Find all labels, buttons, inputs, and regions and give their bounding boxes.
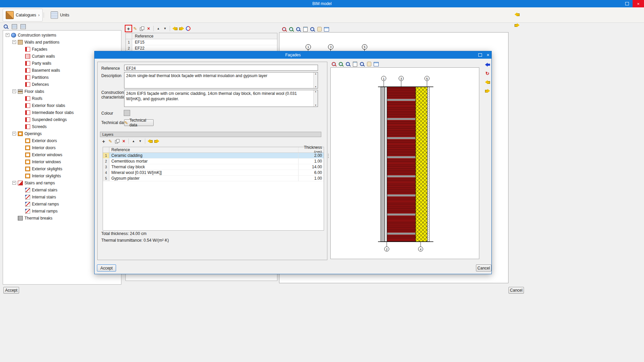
- tree-item-icon: [25, 47, 30, 52]
- collapse-tree-button[interactable]: [20, 23, 26, 29]
- units-button[interactable]: Units: [48, 9, 72, 21]
- zoom-window-button[interactable]: [331, 61, 337, 67]
- layer-move-up-button[interactable]: ▲: [130, 138, 137, 144]
- back-button[interactable]: [484, 62, 490, 68]
- bim-import-button[interactable]: [513, 10, 521, 19]
- export-view-button[interactable]: [373, 61, 379, 67]
- layer-add-button[interactable]: +: [101, 138, 107, 144]
- catalogues-button[interactable]: Catalogues ›: [3, 9, 43, 21]
- layer-row-number: 4: [103, 170, 109, 175]
- construction-scrollbar[interactable]: ▲▼: [313, 90, 318, 107]
- layer-row-number: 1: [103, 153, 109, 158]
- dialog-maximize-button[interactable]: [478, 53, 482, 57]
- zoom-in-button[interactable]: [345, 61, 351, 67]
- move-up-button[interactable]: ▲: [155, 25, 161, 32]
- layer-move-down-button[interactable]: ▼: [137, 138, 143, 144]
- edit-button[interactable]: ✎: [132, 25, 138, 32]
- layer-export-button[interactable]: [154, 138, 160, 144]
- table-row[interactable]: 2 EF22: [126, 45, 277, 51]
- panel-splitter[interactable]: [327, 154, 329, 158]
- layer-copy-button[interactable]: [114, 138, 120, 144]
- add-icon: +: [127, 26, 130, 31]
- window-title: BIM model: [312, 1, 331, 6]
- layer-row[interactable]: 2 Cementitious mortar 1.00: [103, 159, 324, 164]
- tree-expander-icon[interactable]: [12, 40, 16, 44]
- layers-thickness-header: Thickness (cm): [298, 147, 324, 153]
- dialog-controls: ×: [478, 51, 489, 59]
- tree-item-label: Partitions: [32, 75, 49, 80]
- layer-row[interactable]: 5 Gypsum plaster 1.00: [103, 176, 324, 181]
- print-button[interactable]: [302, 26, 308, 32]
- tree-item[interactable]: Walls and partitions: [3, 39, 121, 46]
- scroll-down-icon[interactable]: ▼: [315, 104, 317, 107]
- technical-data-button[interactable]: ✎ Technical data: [124, 119, 154, 126]
- delete-button[interactable]: ×: [146, 25, 152, 32]
- callout-number: 3: [330, 45, 331, 49]
- dialog-cancel-button[interactable]: Cancel: [476, 264, 491, 272]
- scroll-up-icon[interactable]: ▲: [315, 72, 317, 75]
- tree-expander-icon[interactable]: [6, 33, 9, 37]
- colour-swatch[interactable]: [124, 110, 130, 116]
- update-button[interactable]: [185, 25, 191, 32]
- export-element-button[interactable]: [484, 88, 490, 94]
- search-icon: [4, 24, 8, 29]
- add-button[interactable]: +: [125, 25, 131, 32]
- reference-input[interactable]: EF24: [124, 65, 318, 71]
- callout-number: 1: [307, 45, 309, 49]
- tree-expander-icon[interactable]: [12, 89, 16, 93]
- import-element-button[interactable]: [484, 79, 490, 85]
- pencil-icon: ✎: [109, 139, 112, 143]
- layer-row[interactable]: 1 Ceramic cladding 2.00: [103, 153, 324, 159]
- layer-thickness-cell: 1.00: [298, 176, 324, 181]
- pan-button[interactable]: [316, 26, 322, 32]
- main-cancel-button[interactable]: Cancel: [508, 287, 524, 294]
- delete-icon: ×: [122, 139, 125, 143]
- construction-characteristics-input[interactable]: 24cm EIFS façade with cm ceramic claddin…: [124, 90, 318, 107]
- layer-edit-button[interactable]: ✎: [107, 138, 113, 144]
- tree-expander-icon[interactable]: [12, 132, 16, 135]
- expand-tree-button[interactable]: [11, 23, 17, 29]
- zoom-window-icon: [282, 27, 286, 32]
- layer-name-cell: Gypsum plaster: [109, 176, 298, 181]
- callout-2: 2: [384, 247, 389, 251]
- layer-delete-button[interactable]: ×: [121, 138, 127, 144]
- zoom-out-button[interactable]: [309, 26, 315, 32]
- maximize-button[interactable]: [621, 0, 633, 7]
- reference-cell: EF15: [132, 40, 145, 45]
- search-button[interactable]: [3, 23, 9, 29]
- zoom-window-button[interactable]: [281, 26, 287, 32]
- scroll-up-icon[interactable]: ▲: [315, 90, 317, 93]
- print-button[interactable]: [352, 61, 358, 67]
- zoom-out-button[interactable]: [359, 61, 365, 67]
- export-view-button[interactable]: [323, 26, 329, 32]
- layer-row[interactable]: 4 Mineral wool [0.031 W/[mK]] 6.00: [103, 170, 324, 176]
- layers-table-header: Reference Thickness (cm): [103, 147, 324, 153]
- tree-expander-icon[interactable]: [12, 181, 16, 185]
- description-input[interactable]: 24cm single-leaf thermal block façade wi…: [124, 72, 318, 88]
- layer-gypsum-plaster: [427, 87, 429, 242]
- dialog-accept-button[interactable]: Accept: [97, 264, 116, 272]
- import-element-button[interactable]: [172, 25, 178, 32]
- scroll-down-icon[interactable]: ▼: [315, 85, 317, 88]
- close-button[interactable]: ×: [633, 0, 644, 7]
- zoom-all-button[interactable]: [288, 26, 294, 32]
- tree-item[interactable]: Construction systems: [3, 32, 121, 39]
- tree-item-icon: [18, 216, 23, 221]
- pan-button[interactable]: [366, 61, 372, 67]
- up-arrow-icon: ▲: [132, 140, 135, 143]
- layer-import-button[interactable]: [147, 138, 153, 144]
- main-accept-button[interactable]: Accept: [3, 287, 19, 294]
- export-element-button[interactable]: [178, 25, 184, 32]
- bim-export-button[interactable]: [513, 21, 521, 29]
- copy-button[interactable]: [139, 25, 145, 32]
- zoom-all-button[interactable]: [338, 61, 344, 67]
- description-scrollbar[interactable]: ▲▼: [313, 72, 318, 88]
- dialog-close-button[interactable]: ×: [487, 53, 489, 57]
- zoom-in-button[interactable]: [295, 26, 301, 32]
- down-arrow-icon: ▼: [139, 140, 142, 143]
- layer-row[interactable]: 3 Thermal clay block 14.00: [103, 164, 324, 170]
- refresh-button[interactable]: ↻: [484, 70, 490, 76]
- move-down-button[interactable]: ▼: [162, 25, 168, 32]
- dialog-titlebar: Façades ×: [95, 51, 491, 59]
- table-row[interactable]: 1 EF15: [126, 39, 277, 45]
